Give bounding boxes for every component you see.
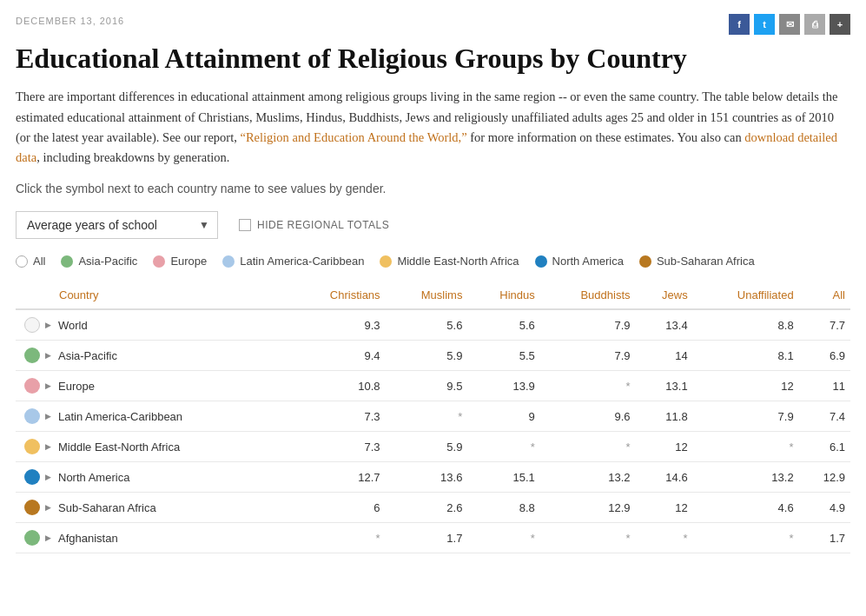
legend-label-mideast: Middle East-North Africa <box>397 255 519 268</box>
expand-arrow-icon[interactable]: ▶ <box>45 351 51 360</box>
cell-unaffiliated: 7.9 <box>693 401 799 432</box>
expand-arrow-icon[interactable]: ▶ <box>45 412 51 421</box>
cell-all: 7.7 <box>799 309 850 341</box>
facebook-icon[interactable]: f <box>729 14 750 35</box>
twitter-icon[interactable]: t <box>754 14 775 35</box>
hide-regional-checkbox[interactable] <box>239 219 251 231</box>
legend-subsaharan[interactable]: Sub-Saharan Africa <box>639 255 755 268</box>
plus-icon[interactable]: + <box>830 14 850 35</box>
table-row[interactable]: ▶Europe10.89.513.9*13.11211 <box>16 371 850 401</box>
country-cell: ▶Middle East-North Africa <box>16 432 289 462</box>
expand-arrow-icon[interactable]: ▶ <box>45 381 51 390</box>
page-title: Educational Attainment of Religious Grou… <box>16 42 850 75</box>
col-hindus: Hindus <box>467 282 539 309</box>
legend-label-europe: Europe <box>170 255 207 268</box>
cell-all: 11 <box>799 371 850 401</box>
expand-arrow-icon[interactable]: ▶ <box>45 473 51 481</box>
cell-muslims: 13.6 <box>386 462 468 493</box>
col-country: Country <box>16 282 289 309</box>
cell-hindus: 8.8 <box>467 493 539 523</box>
email-icon[interactable]: ✉ <box>779 14 800 35</box>
cell-muslims: 1.7 <box>386 523 468 553</box>
cell-hindus: 5.5 <box>467 341 539 371</box>
expand-arrow-icon[interactable]: ▶ <box>45 321 51 329</box>
table-row[interactable]: ▶Afghanistan*1.7****1.7 <box>16 523 850 553</box>
legend-asia[interactable]: Asia-Pacific <box>61 255 137 268</box>
cell-muslims: 2.6 <box>386 493 468 523</box>
region-dot <box>24 348 40 363</box>
cell-jews: 11.8 <box>636 401 693 432</box>
cell-jews: 14 <box>636 341 693 371</box>
cell-unaffiliated: 4.6 <box>693 493 799 523</box>
legend-mideast[interactable]: Middle East-North Africa <box>380 255 519 268</box>
table-header-row: Country Christians Muslims Hindus Buddhi… <box>16 282 850 309</box>
legend-dot-subsaharan <box>639 255 651 268</box>
hide-regional-toggle[interactable]: HIDE REGIONAL TOTALS <box>239 219 389 231</box>
region-legend: All Asia-Pacific Europe Latin America-Ca… <box>16 255 850 268</box>
legend-label-latin: Latin America-Caribbean <box>240 255 364 268</box>
cell-all: 7.4 <box>799 401 850 432</box>
cell-christians: * <box>289 523 386 553</box>
country-cell: ▶Afghanistan <box>16 523 289 553</box>
report-link[interactable]: “Religion and Education Around the World… <box>240 130 466 144</box>
legend-label-all: All <box>33 255 45 268</box>
legend-all[interactable]: All <box>16 255 45 268</box>
table-row[interactable]: ▶World9.35.65.67.913.48.87.7 <box>16 309 850 341</box>
cell-buddhists: * <box>540 432 636 462</box>
cell-unaffiliated: 13.2 <box>693 462 799 493</box>
col-buddhists: Buddhists <box>540 282 636 309</box>
expand-arrow-icon[interactable]: ▶ <box>45 442 51 451</box>
table-row[interactable]: ▶Asia-Pacific9.45.95.57.9148.16.9 <box>16 341 850 371</box>
print-icon[interactable]: ⎙ <box>804 14 825 35</box>
cell-muslims: * <box>386 401 468 432</box>
legend-label-subsaharan: Sub-Saharan Africa <box>657 255 755 268</box>
cell-all: 6.9 <box>799 341 850 371</box>
legend-europe[interactable]: Europe <box>153 255 207 268</box>
cell-christians: 7.3 <box>289 432 386 462</box>
row-country-name: Afghanistan <box>58 532 118 545</box>
cell-unaffiliated: 12 <box>693 371 799 401</box>
table-row[interactable]: ▶Middle East-North Africa7.35.9**12*6.1 <box>16 432 850 462</box>
article-date: DECEMBER 13, 2016 <box>16 9 850 31</box>
hide-regional-label: HIDE REGIONAL TOTALS <box>257 219 389 231</box>
cell-unaffiliated: * <box>693 523 799 553</box>
table-row[interactable]: ▶Sub-Saharan Africa62.68.812.9124.64.9 <box>16 493 850 523</box>
controls-bar: Average years of school Percentage with … <box>16 211 850 239</box>
legend-dot-asia <box>61 255 73 268</box>
region-dot <box>24 500 40 515</box>
expand-arrow-icon[interactable]: ▶ <box>45 533 51 542</box>
cell-jews: 12 <box>636 493 693 523</box>
metric-dropdown[interactable]: Average years of school Percentage with … <box>16 211 218 239</box>
cell-hindus: 15.1 <box>467 462 539 493</box>
cell-all: 12.9 <box>799 462 850 493</box>
country-cell: ▶Latin America-Caribbean <box>16 401 289 432</box>
cell-hindus: * <box>467 432 539 462</box>
cell-buddhists: 7.9 <box>540 309 636 341</box>
row-country-name: North America <box>58 471 129 484</box>
legend-northam[interactable]: North America <box>535 255 624 268</box>
row-country-name: Latin America-Caribbean <box>58 410 182 423</box>
cell-christians: 9.3 <box>289 309 386 341</box>
cell-hindus: * <box>467 523 539 553</box>
cell-buddhists: 13.2 <box>540 462 636 493</box>
cell-unaffiliated: * <box>693 432 799 462</box>
cell-muslims: 5.9 <box>386 432 468 462</box>
cell-all: 6.1 <box>799 432 850 462</box>
table-row[interactable]: ▶North America12.713.615.113.214.613.212… <box>16 462 850 493</box>
row-country-name: Middle East-North Africa <box>58 440 180 454</box>
cell-buddhists: 9.6 <box>540 401 636 432</box>
region-dot <box>24 408 40 424</box>
table-row[interactable]: ▶Latin America-Caribbean7.3*99.611.87.97… <box>16 401 850 432</box>
cell-unaffiliated: 8.1 <box>693 341 799 371</box>
data-table: Country Christians Muslims Hindus Buddhi… <box>16 282 850 553</box>
col-muslims: Muslims <box>386 282 468 309</box>
legend-latin[interactable]: Latin America-Caribbean <box>222 255 364 268</box>
col-all: All <box>799 282 850 309</box>
expand-arrow-icon[interactable]: ▶ <box>45 503 51 512</box>
cell-buddhists: * <box>540 523 636 553</box>
legend-dot-latin <box>222 255 235 268</box>
cell-muslims: 5.6 <box>386 309 468 341</box>
country-cell: ▶World <box>16 309 289 341</box>
social-icons: f t ✉ ⎙ + <box>729 14 850 35</box>
country-cell: ▶North America <box>16 462 289 493</box>
